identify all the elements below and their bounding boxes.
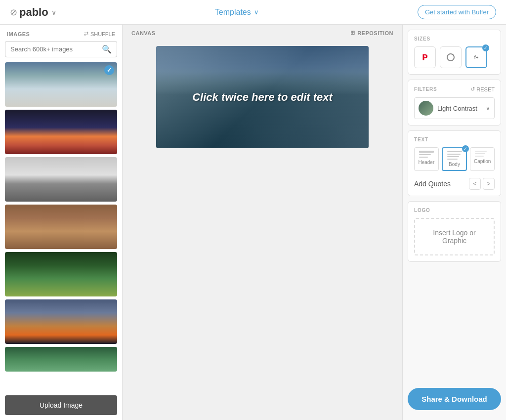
text-body-option[interactable]: Body <box>442 147 467 171</box>
search-box[interactable]: 🔍 <box>5 41 117 57</box>
image-item[interactable] <box>5 205 117 249</box>
image-item[interactable] <box>5 299 117 344</box>
logo-section: LOGO Insert Logo or Graphic <box>408 201 501 262</box>
logo-text: pablo <box>19 6 48 19</box>
text-header-option[interactable]: Header <box>414 147 439 171</box>
filter-name: Light Contrast <box>437 105 482 112</box>
header-lines <box>419 151 434 158</box>
insert-logo-button[interactable]: Insert Logo or Graphic <box>414 218 495 255</box>
reposition-label: REPOSITION <box>357 30 393 36</box>
reset-icon: ↺ <box>470 86 475 92</box>
quote-nav: < > <box>469 178 495 190</box>
header-line-3 <box>419 157 428 158</box>
caption-line-1 <box>475 151 487 152</box>
right-panel: SIZES 𝗣 f+ FILTERS ↺ RESET <box>402 25 506 420</box>
images-list <box>0 62 122 390</box>
sizes-row: 𝗣 f+ <box>414 46 495 68</box>
search-input[interactable] <box>10 45 98 53</box>
image-item[interactable] <box>5 347 117 372</box>
reset-button[interactable]: ↺ RESET <box>470 86 495 92</box>
image-item[interactable] <box>5 62 117 107</box>
logo[interactable]: ⊘ pablo ∨ <box>10 6 56 19</box>
templates-chevron-icon: ∨ <box>254 8 259 16</box>
body-lines <box>447 151 462 160</box>
templates-menu[interactable]: Templates ∨ <box>215 8 259 17</box>
body-line-4 <box>447 159 458 160</box>
logo-label: LOGO <box>414 208 495 213</box>
body-label: Body <box>449 162 460 167</box>
canvas-label: CANVAS <box>131 30 156 36</box>
share-download-button[interactable]: Share & Download <box>408 388 501 410</box>
images-label: IMAGES <box>7 31 30 37</box>
pinterest-icon: 𝗣 <box>422 53 428 62</box>
logo-chevron: ∨ <box>51 8 56 16</box>
logo-icon: ⊘ <box>10 7 17 18</box>
shuffle-icon: ⇄ <box>84 31 88 37</box>
caption-label: Caption <box>474 159 491 164</box>
reset-label: RESET <box>476 86 495 92</box>
search-icon: 🔍 <box>102 44 112 54</box>
sidebar-header: IMAGES ⇄ SHUFFLE <box>0 25 122 41</box>
sizes-label: SIZES <box>414 36 495 42</box>
reposition-button[interactable]: ⊞ REPOSITION <box>350 30 393 36</box>
circle-icon <box>447 53 455 61</box>
canvas-toolbar: CANVAS ⊞ REPOSITION <box>123 25 402 41</box>
size-circle-button[interactable] <box>440 46 462 68</box>
reposition-icon: ⊞ <box>350 30 355 36</box>
filters-header: FILTERS ↺ RESET <box>414 86 495 92</box>
header-line-1 <box>419 151 434 153</box>
templates-label: Templates <box>215 8 251 17</box>
filters-label: FILTERS <box>414 86 437 92</box>
shuffle-label: SHUFFLE <box>90 31 115 37</box>
quote-prev-button[interactable]: < <box>469 178 481 190</box>
image-item[interactable] <box>5 157 117 202</box>
quote-next-button[interactable]: > <box>483 178 495 190</box>
add-quotes-row: Add Quotes < > <box>414 176 495 190</box>
caption-line-2 <box>475 153 485 154</box>
header: ⊘ pablo ∨ Templates ∨ Get started with B… <box>0 0 506 25</box>
text-label: TEXT <box>414 137 495 142</box>
caption-line-3 <box>475 156 484 157</box>
image-item[interactable] <box>5 110 117 154</box>
text-section: TEXT Header <box>408 130 501 196</box>
sizes-section: SIZES 𝗣 f+ <box>408 30 501 75</box>
image-item[interactable] <box>5 252 117 296</box>
canvas-edit-text[interactable]: Click twice here to edit text <box>192 91 333 104</box>
size-facebook-button[interactable]: f+ <box>465 46 487 68</box>
facebook-icon: f+ <box>474 55 479 60</box>
canvas[interactable]: Click twice here to edit text <box>156 46 369 148</box>
body-line-1 <box>447 151 462 152</box>
canvas-area: CANVAS ⊞ REPOSITION Click twice here to … <box>123 25 402 420</box>
body-line-2 <box>447 154 461 155</box>
text-options: Header Body <box>414 147 495 171</box>
filter-thumbnail <box>419 101 433 116</box>
buffer-button[interactable]: Get started with Buffer <box>418 5 496 19</box>
filter-chevron-icon: ∨ <box>486 105 490 112</box>
header-label: Header <box>418 160 434 165</box>
main-layout: IMAGES ⇄ SHUFFLE 🔍 Upload Image CANVAS ⊞ <box>0 25 506 420</box>
filters-section: FILTERS ↺ RESET Light Contrast ∨ <box>408 80 501 126</box>
body-line-3 <box>447 156 459 157</box>
shuffle-button[interactable]: ⇄ SHUFFLE <box>84 31 115 37</box>
filter-dropdown[interactable]: Light Contrast ∨ <box>414 97 495 119</box>
size-pinterest-button[interactable]: 𝗣 <box>414 46 436 68</box>
header-line-2 <box>419 154 431 155</box>
canvas-wrapper: Click twice here to edit text <box>123 41 402 420</box>
text-caption-option[interactable]: Caption <box>470 147 495 171</box>
spacer <box>403 262 506 381</box>
upload-image-button[interactable]: Upload Image <box>5 395 117 415</box>
caption-lines <box>475 151 490 157</box>
images-sidebar: IMAGES ⇄ SHUFFLE 🔍 Upload Image <box>0 25 123 420</box>
add-quotes-label: Add Quotes <box>414 180 451 188</box>
